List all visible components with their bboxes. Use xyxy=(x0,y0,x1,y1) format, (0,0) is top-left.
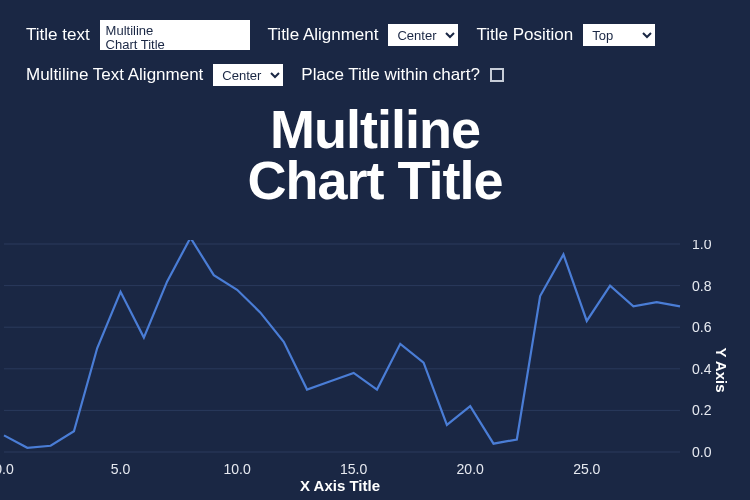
chart-area: 0.00.20.40.60.81.00.05.010.015.020.025.0… xyxy=(0,240,750,500)
place-within-group: Place Title within chart? xyxy=(301,65,504,85)
x-tick-label: 10.0 xyxy=(223,461,250,477)
title-alignment-group: Title Alignment LeftCenterRight xyxy=(268,24,459,46)
controls-row-1: Title text Title Alignment LeftCenterRig… xyxy=(26,20,724,50)
multiline-alignment-label: Multiline Text Alignment xyxy=(26,65,203,85)
y-tick-label: 1.0 xyxy=(692,240,712,252)
title-position-select[interactable]: TopBottom xyxy=(583,24,655,46)
y-tick-label: 0.2 xyxy=(692,402,712,418)
line-chart: 0.00.20.40.60.81.00.05.010.015.020.025.0 xyxy=(0,240,750,500)
title-text-label: Title text xyxy=(26,25,90,45)
x-tick-label: 25.0 xyxy=(573,461,600,477)
title-position-group: Title Position TopBottom xyxy=(476,24,655,46)
place-within-checkbox[interactable] xyxy=(490,68,504,82)
title-position-label: Title Position xyxy=(476,25,573,45)
x-tick-label: 0.0 xyxy=(0,461,14,477)
place-within-label: Place Title within chart? xyxy=(301,65,480,85)
controls-row-2: Multiline Text Alignment LeftCenterRight… xyxy=(26,64,724,86)
y-tick-label: 0.0 xyxy=(692,444,712,460)
title-text-input[interactable] xyxy=(100,20,250,50)
y-tick-label: 0.6 xyxy=(692,319,712,335)
y-axis-label: Y Axis xyxy=(713,347,730,392)
x-tick-label: 15.0 xyxy=(340,461,367,477)
controls-panel: Title text Title Alignment LeftCenterRig… xyxy=(0,0,750,110)
x-tick-label: 20.0 xyxy=(457,461,484,477)
title-alignment-label: Title Alignment xyxy=(268,25,379,45)
title-text-group: Title text xyxy=(26,20,250,50)
title-alignment-select[interactable]: LeftCenterRight xyxy=(388,24,458,46)
x-axis-label: X Axis Title xyxy=(0,477,680,494)
x-tick-label: 5.0 xyxy=(111,461,131,477)
line-series xyxy=(4,240,680,448)
y-tick-label: 0.4 xyxy=(692,361,712,377)
y-tick-label: 0.8 xyxy=(692,278,712,294)
multiline-alignment-select[interactable]: LeftCenterRight xyxy=(213,64,283,86)
multiline-alignment-group: Multiline Text Alignment LeftCenterRight xyxy=(26,64,283,86)
chart-title: Multiline Chart Title xyxy=(0,104,750,207)
